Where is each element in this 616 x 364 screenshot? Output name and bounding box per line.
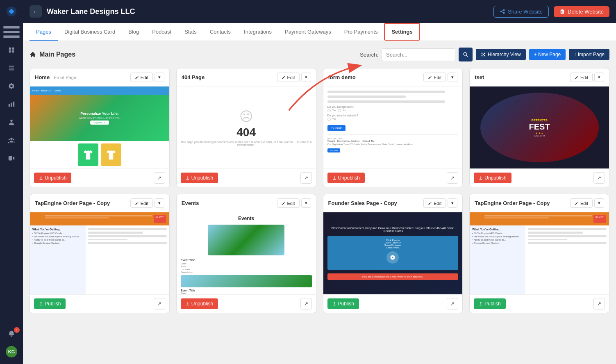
edit-icon-form	[428, 75, 432, 80]
card-actions-patriots: Edit ▾	[570, 73, 604, 82]
card-header-404: 404 Page Edit ▾	[177, 68, 316, 86]
sidebar-settings-icon[interactable]	[0, 77, 23, 95]
card-footer-home: Unpublish ↗	[30, 168, 169, 187]
page-card-tapengine1: TapEngine Order Page - Copy Edit ▾	[30, 194, 170, 313]
unpublish-button-home[interactable]: Unpublish	[34, 173, 71, 183]
external-link-tapengine2[interactable]: ↗	[593, 298, 605, 309]
sidebar-avatar[interactable]: KG	[0, 343, 23, 361]
hierarchy-view-button[interactable]: Hierarchy View	[476, 49, 525, 60]
sidebar-bottom: 1 KG	[0, 325, 23, 364]
sidebar-video-icon[interactable]	[0, 149, 23, 167]
search-button[interactable]	[459, 48, 473, 61]
edit-button-patriots[interactable]: Edit	[570, 73, 593, 82]
edit-icon-events	[282, 201, 286, 205]
tab-integrations[interactable]: Integrations	[237, 24, 278, 41]
tab-blog[interactable]: Blog	[122, 24, 145, 41]
main-area: ← Waker Lane Designs LLC Share Website D…	[23, 0, 616, 364]
new-page-button[interactable]: + New Page	[529, 49, 566, 60]
import-page-button[interactable]: ↑ Import Page	[569, 49, 609, 60]
avatar-initials[interactable]: KG	[6, 346, 17, 357]
edit-button-tapengine2[interactable]: Edit	[570, 198, 593, 208]
card-title-patriots: tset	[475, 74, 484, 80]
pages-grid-row1: Home - Front Page Edit ▾ Home	[30, 68, 609, 187]
tab-payment-gateways[interactable]: Payment Gateways	[278, 24, 338, 41]
unpublish-button-form[interactable]: Unpublish	[327, 173, 365, 183]
unpublish-icon-events	[186, 302, 190, 306]
content-area: Pages Digital Business Card Blog Podcast…	[23, 23, 616, 364]
external-link-404[interactable]: ↗	[300, 172, 312, 184]
tab-pro-payments[interactable]: Pro Payments	[338, 24, 384, 41]
search-input[interactable]	[382, 48, 455, 61]
edit-icon-founder	[428, 201, 432, 205]
publish-icon-tapengine2	[479, 302, 483, 306]
publish-button-founder[interactable]: Publish	[327, 298, 359, 309]
card-preview-tapengine1: 30 DAY What You're Getting: • 50 TapEngi…	[30, 212, 169, 294]
404-face: ☹	[239, 109, 253, 124]
tab-podcast[interactable]: Podcast	[145, 24, 178, 41]
dropdown-button-404[interactable]: ▾	[301, 73, 311, 82]
external-link-events[interactable]: ↗	[300, 298, 312, 309]
unpublish-button-patriots[interactable]: Unpublish	[474, 173, 511, 183]
dropdown-button-patriots[interactable]: ▾	[594, 73, 604, 82]
home-icon	[30, 51, 36, 58]
sidebar-user-icon[interactable]	[0, 113, 23, 131]
dropdown-button-tapengine1[interactable]: ▾	[155, 198, 164, 208]
card-actions-tapengine2: Edit ▾	[570, 198, 604, 208]
edit-button-home[interactable]: Edit	[130, 73, 153, 82]
pages-header: Main Pages Search: Hierarchy View + New …	[30, 48, 609, 61]
unpublish-button-events[interactable]: Unpublish	[181, 298, 218, 309]
dropdown-button-tapengine2[interactable]: ▾	[594, 198, 604, 208]
page-title: Waker Lane Designs LLC	[47, 7, 489, 16]
external-link-form[interactable]: ↗	[447, 172, 458, 184]
tab-settings[interactable]: Settings	[384, 23, 420, 41]
dropdown-button-events[interactable]: ▾	[301, 198, 311, 208]
card-footer-founder: Publish ↗	[323, 294, 463, 313]
delete-website-button[interactable]: Delete Website	[554, 6, 609, 17]
dropdown-button-home[interactable]: ▾	[155, 73, 164, 82]
card-title-founder: Founder Sales Page - Copy	[328, 200, 397, 206]
edit-button-tapengine1[interactable]: Edit	[130, 198, 153, 208]
notification-badge: 1	[14, 327, 20, 333]
edit-icon-404	[282, 75, 286, 80]
external-link-home[interactable]: ↗	[154, 172, 165, 184]
card-title-home: Home - Front Page	[35, 74, 76, 80]
edit-icon-home	[135, 75, 139, 80]
sidebar-bell-icon[interactable]: 1	[0, 325, 23, 343]
share-website-button[interactable]: Share Website	[493, 6, 549, 18]
page-card-tapengine2: TapEngine Order Page - Copy Edit ▾	[469, 194, 609, 313]
sidebar-chart-icon[interactable]	[0, 95, 23, 113]
publish-button-tapengine1[interactable]: Publish	[34, 298, 66, 309]
external-link-tapengine1[interactable]: ↗	[154, 298, 165, 309]
edit-button-404[interactable]: Edit	[277, 73, 300, 82]
sidebar-list-icon[interactable]	[0, 59, 23, 77]
back-button[interactable]: ←	[30, 5, 42, 18]
page-card-home: Home - Front Page Edit ▾ Home	[30, 68, 170, 187]
card-header-tapengine1: TapEngine Order Page - Copy Edit ▾	[30, 194, 169, 212]
tab-digital-business-card[interactable]: Digital Business Card	[58, 24, 122, 41]
pages-grid-row2: TapEngine Order Page - Copy Edit ▾	[30, 194, 609, 313]
external-link-founder[interactable]: ↗	[447, 298, 458, 309]
publish-button-tapengine2[interactable]: Publish	[474, 298, 505, 309]
card-preview-patriots: PATRIOTS FEST ★ ★ ★ JUNE 17TH	[470, 86, 609, 168]
external-link-patriots[interactable]: ↗	[593, 172, 605, 184]
card-subtitle-home: - Front Page	[51, 75, 76, 80]
dropdown-button-founder[interactable]: ▾	[448, 198, 457, 208]
card-footer-events: Unpublish ↗	[177, 294, 316, 313]
hamburger-icon[interactable]	[0, 23, 23, 41]
edit-button-founder[interactable]: Edit	[423, 198, 446, 208]
edit-button-form[interactable]: Edit	[423, 73, 446, 82]
sidebar-grid-icon[interactable]	[0, 41, 23, 59]
edit-button-events[interactable]: Edit	[277, 198, 300, 208]
edit-icon-patriots	[575, 75, 579, 80]
app-logo[interactable]	[0, 0, 23, 23]
card-header-form: form demo Edit ▾	[323, 68, 463, 86]
tab-pages[interactable]: Pages	[30, 24, 58, 41]
404-text: This page you are looking for doesn't ex…	[177, 141, 316, 146]
tab-contacts[interactable]: Contacts	[203, 24, 237, 41]
sidebar-contacts-icon[interactable]	[0, 131, 23, 149]
unpublish-button-404[interactable]: Unpublish	[181, 173, 218, 183]
tab-stats[interactable]: Stats	[178, 24, 203, 41]
card-preview-form: Do you accept cash? Yes No Do you need a…	[323, 86, 463, 168]
card-actions-tapengine1: Edit ▾	[130, 198, 164, 208]
dropdown-button-form[interactable]: ▾	[448, 73, 457, 82]
